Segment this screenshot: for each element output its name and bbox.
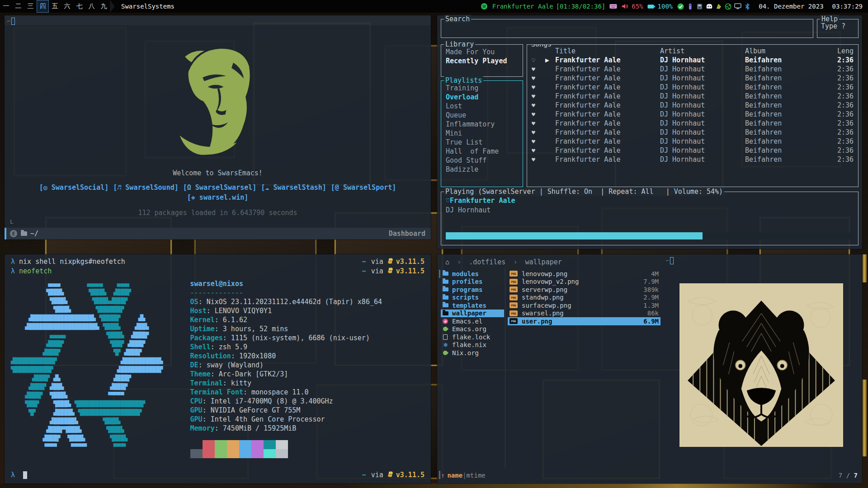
search-input[interactable]: Search <box>441 19 813 38</box>
workspace-button[interactable]: 五 <box>49 0 61 13</box>
dashboard-link[interactable]: [@ SwarselSport] <box>331 183 396 192</box>
file-entry[interactable]: PNGserverwp.png389k <box>508 286 660 294</box>
library-item[interactable]: Recently Played <box>446 56 518 66</box>
workspace-button[interactable]: 七 <box>73 0 85 13</box>
breadcrumb-segment[interactable]: .dotfiles <box>469 258 505 266</box>
liked-heart-icon[interactable]: ♡ <box>532 57 545 64</box>
song-row[interactable]: ♥Frankfurter AaleDJ HornhautBeifahren2:3… <box>527 92 858 101</box>
playlist-item[interactable]: Lost <box>446 102 518 111</box>
workspace-button[interactable]: 九 <box>98 0 110 13</box>
tray-box-icon[interactable] <box>696 3 703 10</box>
playlist-item[interactable]: Good Stuff <box>446 156 518 165</box>
spotify-icon[interactable] <box>481 3 488 10</box>
song-row[interactable]: ♥Frankfurter AaleDJ HornhautBeifahren2:3… <box>527 83 858 92</box>
terminal-content: λnix shell nixpkgs#neofetch~viav3.11.5λn… <box>11 257 425 481</box>
workspace-button[interactable]: 六 <box>61 0 73 13</box>
palette-swatch <box>264 449 276 458</box>
playback-progress-bar[interactable] <box>446 232 854 239</box>
song-row[interactable]: ♥Frankfurter AaleDJ HornhautBeifahren2:3… <box>527 65 858 74</box>
liked-heart-icon[interactable]: ♥ <box>532 120 545 127</box>
password-icon[interactable] <box>686 3 694 10</box>
liked-heart-icon[interactable]: ♥ <box>532 93 545 100</box>
song-row[interactable]: ♥Frankfurter AaleDJ HornhautBeifahren2:3… <box>527 74 858 83</box>
now-playing[interactable]: Frankfurter Aale [01:38/02:36] <box>492 3 605 10</box>
playlist-item[interactable]: True List <box>446 138 518 147</box>
keyboard-icon[interactable] <box>609 3 617 10</box>
file-entry[interactable]: PNGsurfacewp.png1.3M <box>508 301 660 310</box>
file-entry[interactable]: PNGuser.png6.9M <box>508 317 660 325</box>
liked-heart-icon[interactable]: ♥ <box>532 75 545 82</box>
playlist-item[interactable]: Mini <box>446 129 518 138</box>
parent-file-item[interactable]: wallpaper <box>441 310 504 318</box>
sort-secondary[interactable]: mtime <box>467 472 486 479</box>
playlist-item[interactable]: Queue <box>446 111 518 120</box>
parent-file-item[interactable]: ❄flake.nix <box>441 341 504 349</box>
breadcrumb-segment[interactable]: wallpaper <box>525 258 562 266</box>
display-icon[interactable] <box>734 3 741 10</box>
playlist-item[interactable]: Badizzle <box>446 165 518 174</box>
sort-primary[interactable]: name <box>447 472 462 479</box>
liked-heart-icon[interactable]: ♥ <box>532 156 545 163</box>
playlist-item[interactable]: Hall of Fame <box>446 147 518 156</box>
parent-file-item[interactable]: scripts <box>441 294 504 302</box>
file-entry[interactable]: PNGlenovowp.png4M <box>508 270 660 278</box>
playlist-item[interactable]: Overload <box>446 93 518 102</box>
song-row[interactable]: ♡▶Frankfurter AaleDJ HornhautBeifahren2:… <box>527 56 858 65</box>
workspace-button[interactable]: 四 <box>37 0 49 13</box>
python-version: v3.11.5 <box>396 257 425 267</box>
song-row[interactable]: ♥Frankfurter AaleDJ HornhautBeifahren2:3… <box>527 155 858 164</box>
song-row[interactable]: ♥Frankfurter AaleDJ HornhautBeifahren2:3… <box>527 128 858 137</box>
scrollbar-thumb[interactable] <box>439 471 440 479</box>
parent-file-item[interactable]: flake.lock <box>441 333 504 341</box>
liked-heart-icon[interactable]: ♥ <box>532 129 545 136</box>
terminal-window[interactable]: λnix shell nixpkgs#neofetch~viav3.11.5λn… <box>5 254 431 483</box>
liked-heart-icon[interactable]: ♥ <box>532 147 545 154</box>
network-icon[interactable] <box>715 3 722 10</box>
library-item[interactable]: Made For You <box>446 47 518 56</box>
file-entry[interactable]: PNGswarsel.png86k <box>508 310 660 318</box>
parent-file-item[interactable]: modules <box>441 270 504 278</box>
playlist-item[interactable]: Training <box>446 84 518 93</box>
workspace-button[interactable]: 二 <box>12 0 24 13</box>
parent-file-item[interactable]: profiles <box>441 278 504 286</box>
parent-file-item[interactable]: templates <box>441 301 504 310</box>
parent-file-item[interactable]: Nix.org <box>441 349 504 357</box>
dashboard-link[interactable]: [◎ SwarselSocial] <box>39 183 109 192</box>
sort-direction-icon[interactable]: ↑ <box>441 472 444 479</box>
bluetooth-icon[interactable] <box>743 3 751 10</box>
workspace-button[interactable]: 八 <box>85 0 98 13</box>
shell-prompt[interactable]: λ <box>11 471 27 479</box>
playlist-item[interactable]: Inflammatory <box>446 120 518 129</box>
file-entry[interactable]: PNGstandwp.png2.9M <box>508 294 660 302</box>
parent-file-item[interactable]: Emacs.org <box>441 325 504 333</box>
checkmark-icon[interactable] <box>677 3 684 10</box>
dashboard-link[interactable]: [☁ SwarselStash] <box>261 183 326 192</box>
home-icon[interactable]: ⌂ <box>445 258 449 266</box>
song-row[interactable]: ♥Frankfurter AaleDJ HornhautBeifahren2:3… <box>527 110 858 119</box>
discord-icon[interactable] <box>705 3 713 10</box>
parent-file-item[interactable]: programs <box>441 286 504 294</box>
scrollbar-thumb[interactable] <box>439 270 440 278</box>
song-row[interactable]: ♥Frankfurter AaleDJ HornhautBeifahren2:3… <box>527 146 858 155</box>
song-row[interactable]: ♥Frankfurter AaleDJ HornhautBeifahren2:3… <box>527 101 858 110</box>
parent-file-item[interactable]: eEmacs.el <box>441 317 504 325</box>
liked-heart-icon[interactable]: ♥ <box>532 138 545 145</box>
battery-widget[interactable]: 100% <box>647 3 673 10</box>
song-artist: DJ Hornhaut <box>660 56 745 64</box>
syncthing-icon[interactable] <box>724 3 732 10</box>
liked-heart-icon[interactable]: ♥ <box>532 84 545 91</box>
png-file-icon: PNG <box>509 310 518 316</box>
workspace-button[interactable]: 一 <box>0 0 12 13</box>
workspace-button[interactable]: 三 <box>24 0 37 13</box>
dashboard-link[interactable]: [Ω SwarselSwarsel] <box>183 183 257 192</box>
file-entry[interactable]: PNGlenovowp_v2.png7.9M <box>508 278 660 286</box>
dashboard-homepage-link[interactable]: [❖ swarsel.win] <box>5 193 431 202</box>
song-title: Frankfurter Aale <box>555 92 660 100</box>
song-row[interactable]: ♥Frankfurter AaleDJ HornhautBeifahren2:3… <box>527 137 858 146</box>
dashboard-link[interactable]: [♬ SwarselSound] <box>113 183 179 192</box>
liked-heart-icon[interactable]: ♥ <box>532 66 545 73</box>
liked-heart-icon[interactable]: ♥ <box>532 102 545 109</box>
volume-widget[interactable]: 65% <box>621 3 643 10</box>
liked-heart-icon[interactable]: ♥ <box>532 111 545 118</box>
song-row[interactable]: ♥Frankfurter AaleDJ HornhautBeifahren2:3… <box>527 119 858 128</box>
